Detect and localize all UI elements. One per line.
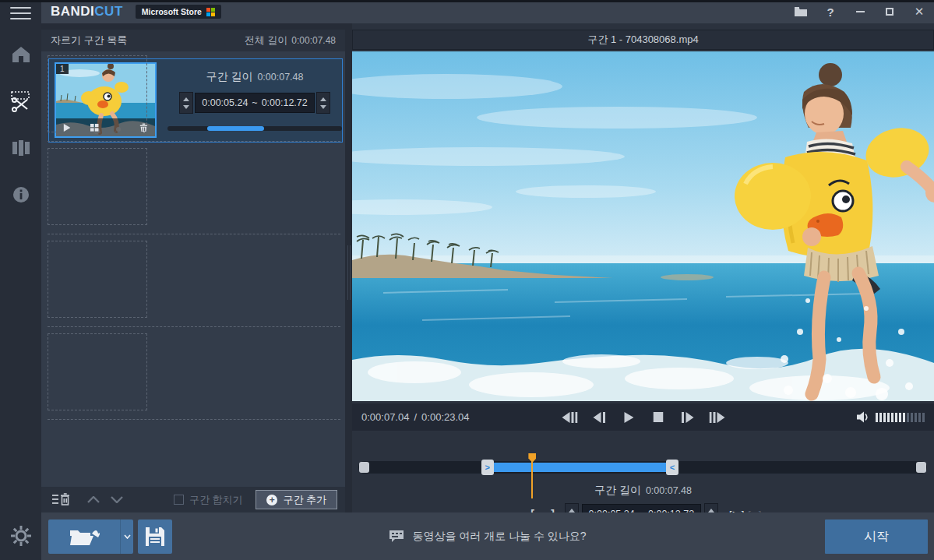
volume-bar[interactable] [899, 413, 901, 422]
player-segment-length: 구간 길이0:00:07.48 [352, 484, 934, 498]
player-panel: 구간 1 - 704308068.mp4 [352, 23, 934, 512]
logo-text-primary: BANDI [51, 4, 94, 19]
clear-list-button[interactable] [49, 490, 72, 510]
volume-bar[interactable] [891, 413, 893, 422]
playback-time: 0:00:07.04/0:00:23.04 [361, 411, 470, 423]
merge-segments-checkbox[interactable]: 구간 합치기 [174, 493, 243, 507]
open-file-dropdown[interactable] [120, 519, 133, 554]
move-down-button[interactable] [105, 490, 129, 510]
film-join-icon [11, 139, 31, 157]
cut-list-panel: 자르기 구간 목록 전체 길이0:00:07.48 [41, 23, 345, 512]
sidebar [0, 0, 41, 560]
volume-bar[interactable] [903, 413, 905, 422]
selection-range [488, 463, 672, 472]
play-button[interactable] [617, 407, 640, 428]
sidebar-item-cut[interactable] [0, 86, 41, 117]
close-icon[interactable]: ✕ [904, 0, 934, 23]
home-icon [11, 45, 31, 64]
gear-icon [10, 525, 32, 547]
step-forward-button[interactable] [676, 407, 699, 428]
open-folder-icon[interactable] [786, 0, 816, 23]
placeholder-thumbnail-outline [48, 333, 147, 410]
seek-zone: > < 구간 길이0:00:07.48 [ ] 0:00:05.24~0:00:… [352, 431, 934, 512]
file-buttons [48, 519, 172, 554]
tip-area: 동영상을 여러 개로 나눌 수 있나요? [41, 512, 934, 560]
volume-bar[interactable] [918, 413, 921, 422]
placeholder-divider [48, 234, 340, 234]
checkbox-icon [174, 495, 184, 505]
microsoft-logo-icon [206, 8, 215, 16]
tip-text: 동영상을 여러 개로 나눌 수 있나요? [412, 530, 586, 544]
window-controls: ? ✕ [786, 0, 934, 23]
player-title: 구간 1 - 704308068.mp4 [352, 30, 934, 50]
open-file-button[interactable] [48, 519, 120, 554]
stop-button[interactable] [647, 407, 669, 428]
seek-track[interactable]: > < [358, 461, 927, 474]
chat-bubble-icon [389, 530, 404, 543]
cut-list-title: 자르기 구간 목록 [51, 33, 127, 48]
volume-bar[interactable] [887, 413, 890, 422]
segment-placeholder [41, 144, 345, 237]
bandicut-window: BANDICUT Microsoft Store ? ✕ 자르기 구간 목록 전… [0, 0, 934, 560]
selection-end-handle[interactable]: < [666, 460, 678, 475]
save-icon [145, 527, 165, 547]
segment-list: 1 구간 길이0:00:07.48 0:00: [41, 51, 345, 487]
seek-start-cap[interactable] [359, 462, 369, 473]
merge-segments-label: 구간 합치기 [189, 493, 243, 507]
plus-icon: + [266, 495, 277, 505]
volume-level-bars[interactable] [876, 413, 925, 422]
volume-bar[interactable] [895, 413, 897, 422]
placeholder-thumbnail-outline [48, 55, 147, 132]
volume-bar[interactable] [879, 413, 882, 422]
bottom-bar: 동영상을 여러 개로 나눌 수 있나요? 시작 [41, 512, 934, 560]
jump-start-button[interactable] [558, 407, 580, 428]
volume-bar[interactable] [876, 413, 878, 422]
placeholder-divider [48, 326, 340, 327]
seek-end-cap[interactable] [916, 462, 926, 473]
sidebar-item-home[interactable] [0, 39, 41, 70]
placeholder-thumbnail-outline [48, 148, 147, 225]
speaker-icon [857, 411, 870, 423]
move-up-button[interactable] [82, 490, 105, 510]
microsoft-store-badge[interactable]: Microsoft Store [136, 5, 221, 19]
sidebar-item-settings[interactable] [0, 520, 41, 551]
volume-bar[interactable] [922, 413, 925, 422]
volume-bar[interactable] [915, 413, 917, 422]
cut-list-header: 자르기 구간 목록 전체 길이0:00:07.48 [41, 30, 345, 51]
transport-bar: 0:00:07.04/0:00:23.04 [352, 403, 934, 431]
panel-splitter[interactable] [345, 23, 352, 512]
info-icon [12, 185, 30, 204]
app-logo: BANDICUT [51, 4, 123, 19]
add-segment-button[interactable]: + 구간 추가 [256, 490, 337, 509]
volume-bar[interactable] [907, 413, 909, 422]
selection-start-handle[interactable]: > [481, 460, 494, 475]
segment-placeholder [41, 237, 345, 329]
placeholder-divider [48, 141, 340, 142]
store-badge-label: Microsoft Store [142, 7, 202, 16]
folder-open-icon [69, 526, 100, 548]
segment-placeholder [41, 329, 345, 422]
step-back-button[interactable] [587, 407, 610, 428]
maximize-icon[interactable] [875, 0, 904, 23]
help-icon[interactable]: ? [816, 0, 845, 23]
sidebar-item-join[interactable] [0, 132, 41, 164]
sidebar-item-info[interactable] [0, 179, 41, 210]
playback-buttons [558, 407, 728, 428]
menu-icon[interactable] [10, 7, 31, 19]
save-button[interactable] [138, 519, 172, 554]
placeholder-thumbnail-outline [48, 241, 147, 318]
minimize-icon[interactable] [845, 0, 875, 23]
window-top-border [0, 0, 934, 2]
placeholder-divider [48, 419, 340, 420]
total-length: 전체 길이0:00:07.48 [245, 33, 336, 48]
list-toolbar: 구간 합치기 + 구간 추가 [41, 487, 345, 512]
jump-end-button[interactable] [706, 407, 728, 428]
volume-bar[interactable] [883, 413, 886, 422]
splitter-grip [347, 245, 348, 300]
scissors-cut-icon [10, 90, 32, 112]
volume-control[interactable] [857, 411, 925, 423]
logo-text-accent: CUT [94, 4, 122, 19]
volume-bar[interactable] [911, 413, 913, 422]
video-preview[interactable] [352, 51, 934, 401]
start-button[interactable]: 시작 [825, 519, 928, 554]
